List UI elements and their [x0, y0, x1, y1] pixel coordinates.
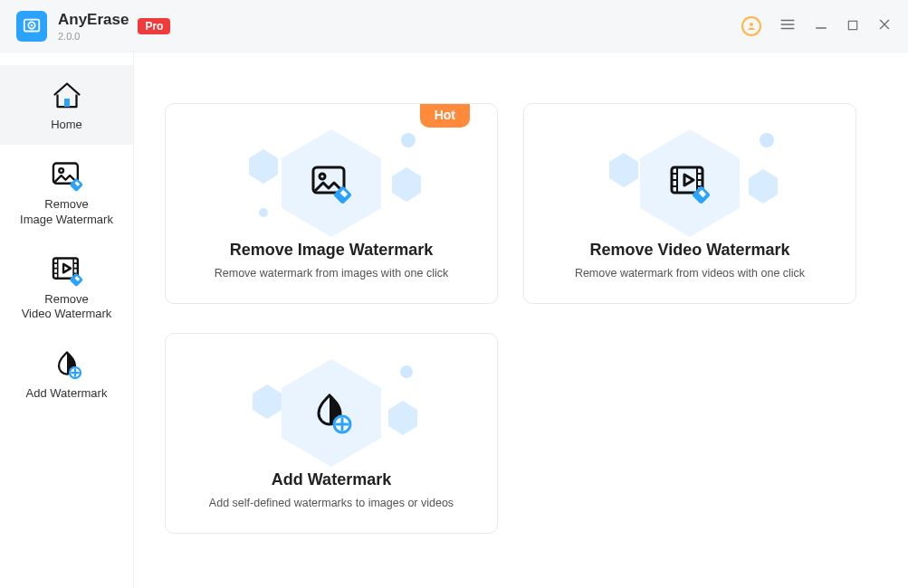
svg-point-7	[59, 168, 63, 173]
card-title: Remove Video Watermark	[589, 241, 789, 260]
sidebar-item-label: Remove Image Watermark	[20, 197, 113, 227]
card-desc: Remove watermark from videos with one cl…	[575, 267, 805, 280]
sidebar-item-home[interactable]: Home	[0, 65, 133, 145]
content-area: Hot	[134, 52, 908, 588]
svg-point-3	[750, 23, 753, 26]
svg-marker-33	[253, 384, 282, 419]
svg-marker-27	[749, 169, 778, 204]
menu-icon[interactable]	[779, 16, 796, 35]
remove-image-watermark-icon	[310, 162, 353, 209]
app-version: 2.0.0	[58, 31, 129, 42]
maximize-button[interactable]	[846, 18, 859, 34]
card-desc: Add self-defined watermarks to images or…	[209, 497, 454, 509]
close-button[interactable]	[877, 17, 892, 34]
svg-marker-17	[249, 149, 278, 184]
add-watermark-icon	[310, 392, 353, 439]
account-icon[interactable]	[741, 16, 761, 36]
card-title: Remove Image Watermark	[230, 241, 433, 260]
svg-point-22	[320, 174, 325, 179]
sidebar-item-label: Remove Video Watermark	[22, 292, 112, 322]
card-add-watermark[interactable]: Add Watermark Add self-defined watermark…	[165, 333, 498, 534]
sidebar-item-remove-image-watermark[interactable]: Remove Image Watermark	[0, 145, 133, 240]
svg-point-19	[401, 133, 416, 147]
app-title-block: AnyErase 2.0.0	[58, 11, 129, 42]
svg-point-20	[259, 208, 268, 217]
sidebar-item-remove-video-watermark[interactable]: Remove Video Watermark	[0, 240, 133, 335]
hot-badge: Hot	[420, 104, 470, 128]
minimize-button[interactable]	[814, 17, 828, 34]
card-remove-image-watermark[interactable]: Hot	[165, 103, 498, 304]
home-icon	[51, 80, 83, 112]
remove-image-watermark-icon	[50, 159, 84, 192]
sidebar-item-label: Home	[51, 118, 82, 132]
svg-point-28	[760, 133, 774, 147]
svg-marker-34	[388, 401, 417, 435]
app-name: AnyErase	[58, 11, 129, 29]
svg-marker-26	[609, 153, 638, 187]
svg-point-35	[400, 365, 413, 378]
window-controls	[741, 16, 892, 36]
svg-rect-5	[64, 99, 70, 107]
pro-badge: Pro	[138, 18, 170, 34]
card-desc: Remove watermark from images with one cl…	[215, 267, 448, 280]
remove-video-watermark-icon	[668, 162, 712, 209]
card-remove-video-watermark[interactable]: Remove Video Watermark Remove watermark …	[523, 103, 856, 304]
card-title: Add Watermark	[272, 470, 391, 489]
sidebar-item-add-watermark[interactable]: Add Watermark	[0, 334, 133, 413]
svg-point-2	[31, 24, 33, 26]
add-watermark-icon	[51, 348, 83, 381]
sidebar-item-label: Add Watermark	[26, 386, 108, 401]
titlebar: AnyErase 2.0.0 Pro	[0, 0, 908, 52]
remove-video-watermark-icon	[50, 254, 84, 287]
svg-rect-4	[848, 21, 856, 29]
app-logo-icon	[16, 11, 47, 42]
sidebar: Home Remove Image Watermark	[0, 52, 134, 588]
svg-marker-18	[392, 167, 421, 202]
